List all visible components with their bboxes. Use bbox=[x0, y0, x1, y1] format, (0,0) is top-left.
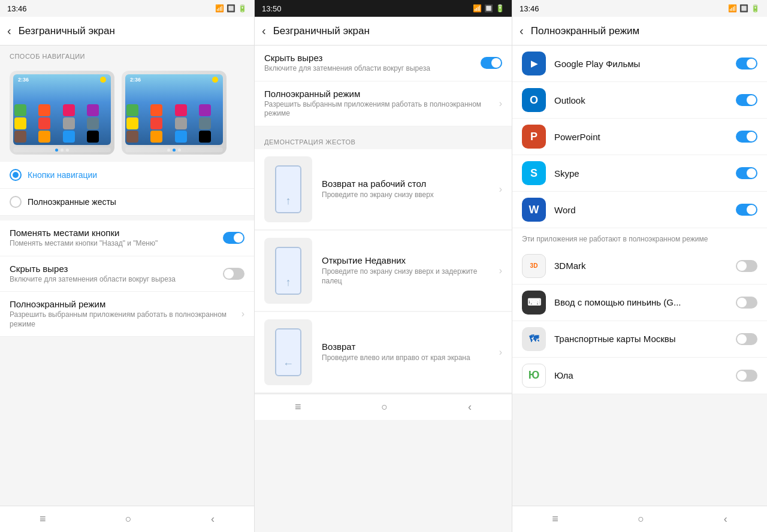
bottom-back-3[interactable]: ‹ bbox=[724, 513, 727, 525]
gesture-arrow-2: ↑ bbox=[286, 276, 291, 289]
gesture-card-1[interactable]: ↑ Возврат на рабочий стол Проведите по э… bbox=[255, 149, 512, 230]
fullscreen-text-2: Полноэкранный режим Разрешить выбранным … bbox=[264, 89, 499, 119]
bottom-back-2[interactable]: ‹ bbox=[468, 401, 472, 413]
phone-image-1: 2:36 bbox=[10, 71, 114, 155]
gesture-card-3[interactable]: ← Возврат Проведите влево или вправо от … bbox=[255, 312, 512, 393]
status-icons-1: 📶 🔲 🔋 bbox=[215, 4, 247, 13]
app-d bbox=[199, 104, 211, 116]
yula-symbol: Ю bbox=[529, 369, 540, 382]
gesture-thumb-1: ↑ bbox=[264, 156, 312, 222]
hide-notch-toggle-1[interactable] bbox=[223, 268, 244, 280]
phone-sun-icon bbox=[100, 77, 106, 83]
radio-nav-buttons[interactable] bbox=[10, 169, 22, 181]
gesture-text-1: Возврат на рабочий стол Проведите по экр… bbox=[322, 179, 490, 200]
hide-notch-text-2: Скрыть вырез Включите для затемнения обл… bbox=[264, 53, 481, 74]
app-10 bbox=[38, 131, 50, 143]
3dmark-symbol: 3D bbox=[530, 262, 538, 269]
app-icon-outlook: O bbox=[522, 88, 546, 112]
app-12 bbox=[87, 131, 99, 143]
bottom-menu-2[interactable]: ≡ bbox=[295, 401, 301, 413]
toggle-outlook[interactable] bbox=[736, 94, 757, 106]
toggle-gplay[interactable] bbox=[736, 58, 757, 69]
hide-notch-toggle-2[interactable] bbox=[481, 57, 502, 69]
app-icon-ppt: P bbox=[522, 125, 546, 149]
bottom-home-2[interactable]: ○ bbox=[381, 401, 388, 413]
gesture-phone-3: ← bbox=[275, 328, 301, 376]
swap-buttons-toggle[interactable] bbox=[223, 232, 244, 244]
bottom-nav-2: ≡ ○ ‹ bbox=[255, 394, 512, 420]
dot-6 bbox=[178, 149, 181, 152]
app-6 bbox=[38, 117, 50, 129]
back-button-1[interactable]: ‹ bbox=[7, 24, 11, 38]
app-name-gplay: Google Play Фильмы bbox=[554, 59, 727, 69]
chevron-gesture-2: › bbox=[499, 265, 502, 276]
bottom-home-1[interactable]: ○ bbox=[125, 513, 132, 525]
app-row-gplay: ▶ Google Play Фильмы bbox=[512, 46, 767, 82]
gesture-arrow-3: ← bbox=[283, 358, 294, 370]
toggle-3dmark[interactable] bbox=[736, 260, 757, 272]
signal-icon-3: 🔲 bbox=[739, 4, 748, 13]
ppt-symbol: P bbox=[530, 131, 537, 143]
app-row-3dmark: 3D 3DMark bbox=[512, 248, 767, 285]
fullscreen-row-1[interactable]: Полноэкранный режим Разрешить выбранным … bbox=[0, 292, 254, 337]
nav-gestures-label: Полноэкранные жесты bbox=[28, 197, 116, 207]
pinyin-symbol: ⌨ bbox=[527, 297, 541, 308]
toggle-ppt[interactable] bbox=[736, 131, 757, 143]
disabled-apps-list: 3D 3DMark ⌨ Ввод с помощью пиньинь (G...… bbox=[512, 248, 767, 394]
dot-2 bbox=[61, 149, 64, 152]
app-f bbox=[150, 117, 162, 129]
dot-1 bbox=[55, 149, 58, 152]
panel-borderless-screen-2: 13:50 📶 🔲 🔋 ‹ Безграничный экран Скрыть … bbox=[255, 0, 512, 532]
hide-notch-text-1: Скрыть вырез Включите для затемнения обл… bbox=[10, 264, 223, 285]
gesture-text-2: Открытие Недавних Проведите по экрану сн… bbox=[322, 255, 490, 286]
back-button-3[interactable]: ‹ bbox=[520, 24, 524, 38]
bottom-home-3[interactable]: ○ bbox=[638, 513, 644, 525]
fullscreen-row-2[interactable]: Полноэкранный режим Разрешить выбранным … bbox=[255, 81, 512, 126]
app-name-ppt: PowerPoint bbox=[554, 132, 727, 142]
top-bar-3: ‹ Полноэкранный режим bbox=[512, 17, 767, 46]
bottom-back-1[interactable]: ‹ bbox=[211, 513, 215, 525]
app-j bbox=[150, 131, 162, 143]
battery-icon-2: 🔋 bbox=[496, 4, 505, 13]
bottom-menu-3[interactable]: ≡ bbox=[552, 513, 558, 525]
toggle-yula[interactable] bbox=[736, 370, 757, 382]
section-nav-label: СПОСОБ НАВИГАЦИИ bbox=[0, 46, 254, 64]
radio-fullscreen-gestures[interactable] bbox=[10, 196, 22, 208]
gesture-card-2[interactable]: ↑ Открытие Недавних Проведите по экрану … bbox=[255, 231, 512, 312]
outlook-symbol: O bbox=[530, 94, 538, 107]
phone-bar-1 bbox=[13, 147, 111, 152]
toggle-skype[interactable] bbox=[736, 167, 757, 179]
app-name-3dmark: 3DMark bbox=[554, 261, 727, 271]
toggle-word[interactable] bbox=[736, 204, 757, 216]
signal-icon-2: 🔲 bbox=[484, 4, 493, 13]
hide-notch-label-2: Скрыть вырез bbox=[264, 53, 481, 63]
nav-option-2-row[interactable]: Полноэкранные жесты bbox=[0, 189, 254, 216]
app-b bbox=[150, 104, 162, 116]
divider-2 bbox=[255, 126, 512, 131]
hide-notch-desc-2: Включите для затемнения области вокруг в… bbox=[264, 64, 481, 74]
bottom-nav-3: ≡ ○ ‹ bbox=[512, 506, 767, 532]
back-button-2[interactable]: ‹ bbox=[262, 24, 266, 38]
gesture-thumb-3: ← bbox=[264, 319, 312, 385]
signal-icon: 🔲 bbox=[227, 4, 235, 13]
app-icon-3dmark: 3D bbox=[522, 254, 546, 278]
app-grid-2 bbox=[126, 104, 222, 143]
section-gestures-label: ДЕМОНСТРАЦИЯ ЖЕСТОВ bbox=[255, 131, 512, 149]
nav-option-1-row[interactable]: Кнопки навигации bbox=[0, 162, 254, 189]
app-icon-word: W bbox=[522, 198, 546, 222]
app-icon-skype: S bbox=[522, 161, 546, 185]
toggle-transport[interactable] bbox=[736, 333, 757, 345]
hide-notch-desc-1: Включите для затемнения области вокруг в… bbox=[10, 275, 223, 285]
app-l bbox=[199, 131, 211, 143]
time-3: 13:46 bbox=[520, 4, 539, 13]
toggle-pinyin[interactable] bbox=[736, 297, 757, 309]
gesture-title-2: Открытие Недавних bbox=[322, 255, 490, 265]
fullscreen-desc-2: Разрешить выбранным приложениям работать… bbox=[264, 100, 499, 119]
wifi-icon-3: 📶 bbox=[728, 4, 737, 13]
app-row-ppt: P PowerPoint bbox=[512, 119, 767, 155]
transport-symbol: 🗺 bbox=[529, 334, 539, 344]
bottom-menu-1[interactable]: ≡ bbox=[40, 513, 46, 525]
app-11 bbox=[63, 131, 75, 143]
gesture-title-3: Возврат bbox=[322, 341, 490, 352]
gesture-text-3: Возврат Проведите влево или вправо от кр… bbox=[322, 341, 490, 363]
